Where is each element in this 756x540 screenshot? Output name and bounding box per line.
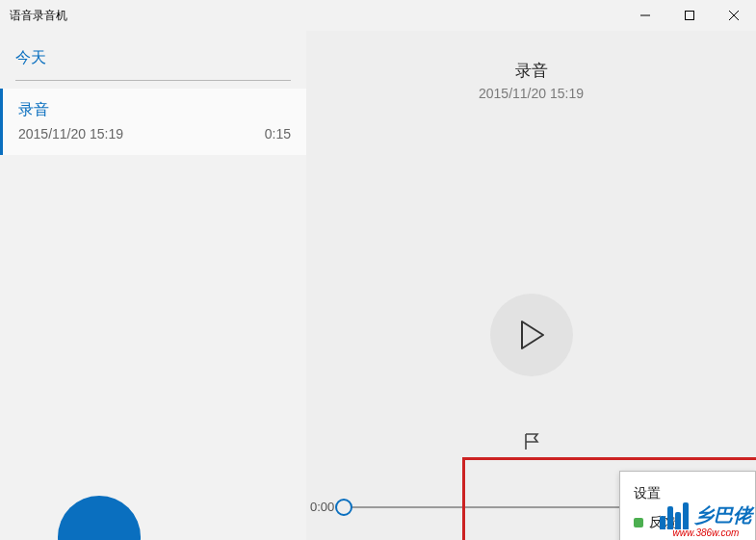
svg-rect-1 [686, 12, 694, 20]
current-time-label: 0:00 [310, 500, 334, 514]
playback-timestamp: 2015/11/20 15:19 [306, 86, 756, 101]
record-button[interactable] [58, 496, 141, 540]
app-title: 语音录音机 [0, 8, 67, 24]
playback-panel: 录音 2015/11/20 15:19 0:00 [306, 31, 756, 540]
title-bar: 语音录音机 [0, 0, 756, 31]
watermark: 乡巴佬 www.386w.com [660, 501, 752, 538]
maximize-icon [685, 11, 694, 20]
svg-marker-4 [522, 321, 543, 348]
group-header-label: 今天 [15, 48, 291, 68]
recordings-sidebar: 今天 录音 2015/11/20 15:19 0:15 [0, 31, 306, 540]
recording-list-item[interactable]: 录音 2015/11/20 15:19 0:15 [0, 89, 306, 155]
content-area: 今天 录音 2015/11/20 15:19 0:15 录音 2015/11/2… [0, 31, 756, 540]
add-marker-button[interactable] [523, 432, 540, 451]
recording-item-duration: 0:15 [265, 126, 291, 141]
annotation-highlight [462, 457, 465, 540]
divider [15, 80, 291, 81]
feedback-icon [634, 518, 643, 527]
app-window: 语音录音机 今天 录音 2015/11/20 15:19 0:15 [0, 0, 756, 540]
minimize-icon [640, 11, 650, 20]
watermark-url: www.386w.com [673, 527, 740, 538]
annotation-highlight [462, 457, 756, 460]
recording-item-title: 录音 [18, 100, 291, 120]
recording-item-timestamp: 2015/11/20 15:19 [18, 126, 123, 141]
close-button[interactable] [712, 0, 756, 31]
seek-thumb[interactable] [335, 499, 352, 516]
playback-header: 录音 2015/11/20 15:19 [306, 31, 756, 101]
close-icon [729, 11, 739, 20]
play-button[interactable] [490, 294, 573, 376]
group-header: 今天 [0, 31, 306, 74]
minimize-button[interactable] [623, 0, 667, 31]
playback-title: 录音 [306, 60, 756, 82]
watermark-logo-icon [660, 501, 689, 529]
maximize-button[interactable] [667, 0, 712, 31]
flag-icon [523, 432, 540, 451]
play-icon [518, 320, 545, 350]
watermark-brand: 乡巴佬 [694, 502, 752, 528]
